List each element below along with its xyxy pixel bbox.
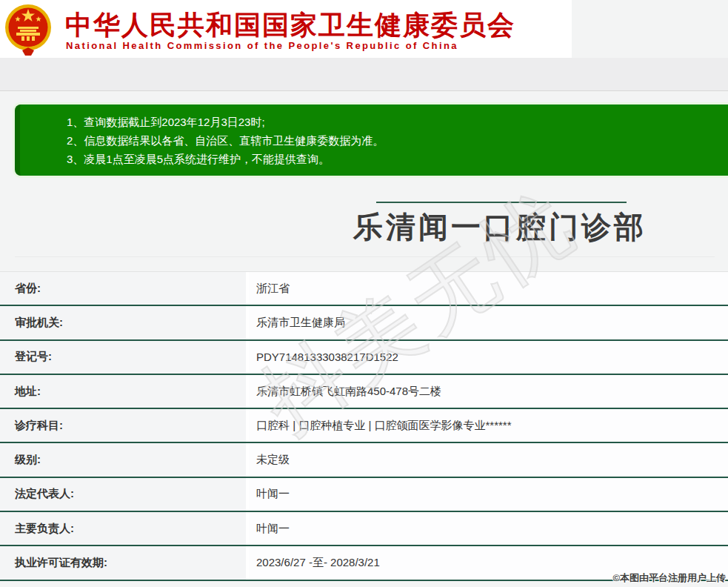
title-top-rule <box>376 202 627 203</box>
row-value: PDY71481333038217D1522 <box>249 341 728 374</box>
site-header: 中华人民共和国国家卫生健康委员会 National Health Commiss… <box>0 0 572 58</box>
row-value: 叶闻一 <box>249 512 728 545</box>
row-label: 省份: <box>0 272 246 305</box>
row-label: 地址: <box>0 375 246 408</box>
row-label: 诊疗科目: <box>0 409 246 442</box>
institution-name-title: 乐清闻一口腔门诊部 <box>296 207 704 248</box>
row-label: 登记号: <box>0 341 246 374</box>
row-label: 级别: <box>0 443 246 476</box>
institution-info-table: 省份: 浙江省 审批机关: 乐清市卫生健康局 登记号: PDY714813330… <box>0 271 728 581</box>
section-divider <box>15 256 715 257</box>
row-value: 叶闻一 <box>249 478 728 511</box>
site-subtitle-en: National Health Commission of the People… <box>66 40 458 51</box>
row-value: 浙江省 <box>249 272 728 305</box>
table-row: 登记号: PDY71481333038217D1522 <box>0 341 728 375</box>
site-title: 中华人民共和国国家卫生健康委员会 <box>65 7 515 44</box>
row-value: 未定级 <box>249 443 728 476</box>
table-row: 地址: 乐清市虹桥镇飞虹南路450-478号二楼 <box>0 375 728 409</box>
notice-box: 1、查询数据截止到2023年12月3日23时; 2、信息数据结果以各省、自治区、… <box>15 105 728 176</box>
table-row: 诊疗科目: 口腔科 | 口腔种植专业 | 口腔颌面医学影像专业****** <box>0 409 728 443</box>
table-row: 审批机关: 乐清市卫生健康局 <box>0 306 728 340</box>
table-row: 省份: 浙江省 <box>0 272 728 306</box>
upload-credit-watermark: ©本图由平台注册用户上传 <box>612 571 726 585</box>
row-value: 口腔科 | 口腔种植专业 | 口腔颌面医学影像专业****** <box>249 409 728 442</box>
table-row: 主要负责人: 叶闻一 <box>0 512 728 546</box>
row-label: 执业许可证有效期: <box>0 546 246 579</box>
notice-line-2: 2、信息数据结果以各省、自治区、直辖市卫生健康委数据为准。 <box>67 131 728 150</box>
table-row: 法定代表人: 叶闻一 <box>0 478 728 512</box>
national-emblem-icon <box>4 1 52 56</box>
row-label: 法定代表人: <box>0 478 246 511</box>
table-row: 级别: 未定级 <box>0 443 728 477</box>
subheader-band <box>0 58 728 91</box>
row-value: 乐清市卫生健康局 <box>249 306 728 339</box>
row-label: 主要负责人: <box>0 512 246 545</box>
notice-line-1: 1、查询数据截止到2023年12月3日23时; <box>67 113 728 131</box>
notice-line-3: 3、凌晨1点至凌晨5点系统进行维护，不能提供查询。 <box>67 150 728 168</box>
row-label: 审批机关: <box>0 306 246 339</box>
row-value: 乐清市虹桥镇飞虹南路450-478号二楼 <box>249 375 728 408</box>
